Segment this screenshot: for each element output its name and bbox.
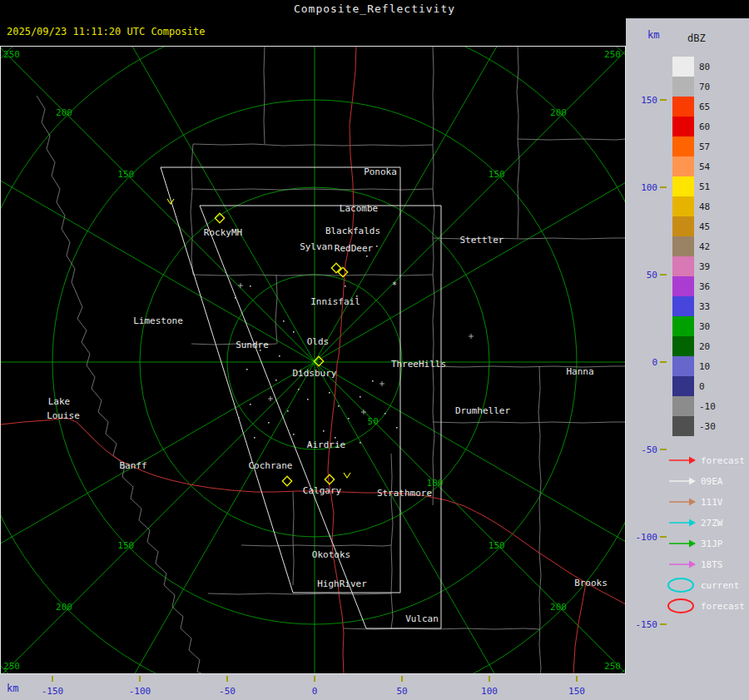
- place-label: Vulcan: [405, 613, 439, 624]
- track-arrowhead: [689, 499, 696, 506]
- dbz-value: 30: [699, 321, 710, 332]
- storm-ellipse-label: forecast: [701, 601, 745, 612]
- town-dot: [298, 389, 300, 390]
- dbz-swatch: [672, 396, 694, 416]
- x-axis-tick: [139, 676, 141, 682]
- x-axis-label: -50: [219, 686, 236, 697]
- range-spoke: [315, 362, 548, 674]
- track-label: 111V: [701, 497, 723, 508]
- town-dot: [360, 396, 361, 398]
- radar-coverage-outline: [200, 206, 441, 628]
- dbz-value: 80: [699, 62, 710, 72]
- vertical-axis-unit: km: [647, 29, 659, 41]
- dbz-swatch: [672, 236, 694, 256]
- town-dot: [329, 392, 330, 394]
- dbz-value: 54: [699, 161, 711, 172]
- place-label: Cochrane: [249, 460, 293, 471]
- county-boundary: [193, 144, 433, 146]
- place-label: Innisfail: [310, 296, 360, 307]
- town-dot: [238, 417, 240, 419]
- track-label: 09EA: [701, 476, 723, 487]
- town-dot: [287, 410, 289, 412]
- range-spoke: [0, 362, 315, 595]
- y-axis-tick: [660, 536, 667, 538]
- dbz-swatch: [672, 376, 694, 396]
- dbz-swatch: [672, 97, 694, 117]
- x-axis-label: -100: [129, 686, 151, 697]
- place-label: Blackfalds: [325, 226, 380, 236]
- asterisk-marker: *: [392, 280, 397, 290]
- radar-map[interactable]: 5010015015015015020020020020025025025025…: [0, 46, 626, 674]
- place-label: RedDeer: [335, 243, 374, 254]
- dbz-value: 39: [699, 261, 710, 272]
- place-label: Airdrie: [307, 439, 345, 450]
- y-axis-tick: [660, 274, 667, 276]
- town-dot: [366, 256, 368, 257]
- range-ring-label: 150: [117, 169, 134, 180]
- range-spoke: [315, 362, 626, 595]
- place-label: HighRiver: [317, 578, 367, 589]
- town-dot: [275, 380, 277, 381]
- diamond-marker: [282, 476, 291, 485]
- radar-map-canvas[interactable]: 5010015015015015020020020020025025025025…: [0, 46, 626, 674]
- dbz-value: 70: [699, 82, 710, 92]
- y-axis-label: 100: [641, 182, 657, 193]
- town-dot: [384, 413, 386, 415]
- range-ring-label: 150: [489, 169, 505, 180]
- x-axis-tick: [401, 676, 403, 682]
- horizontal-axis-canvas: -150-100-50050100150: [0, 674, 626, 700]
- place-label: Hanna: [566, 366, 593, 377]
- highway-line: [573, 583, 586, 674]
- track-arrowhead: [689, 457, 696, 464]
- county-boundary: [264, 46, 265, 144]
- town-dot: [293, 331, 295, 333]
- dbz-swatch: [672, 57, 694, 77]
- town-dot: [250, 404, 251, 405]
- y-axis-tick: [660, 186, 667, 188]
- county-boundary: [191, 189, 433, 190]
- place-label: Okotoks: [312, 549, 350, 560]
- window-titlebar[interactable]: Composite_Reflectivity: [0, 0, 749, 18]
- county-boundary: [433, 366, 626, 367]
- county-boundary: [241, 545, 391, 546]
- dbz-swatch: [672, 117, 694, 137]
- range-ring-label: 250: [604, 661, 621, 672]
- dbz-value: 51: [699, 181, 710, 192]
- town-dot: [307, 399, 309, 400]
- dbz-value: 0: [699, 381, 705, 392]
- track-arrowhead: [689, 561, 696, 568]
- storm-ellipse: [668, 599, 693, 613]
- county-boundary: [391, 454, 393, 628]
- radar-application-window: Composite_Reflectivity 2025/09/23 11:11:…: [0, 0, 749, 700]
- place-label: Lacombe: [340, 203, 378, 214]
- county-boundary: [433, 145, 434, 366]
- county-boundary: [193, 275, 433, 276]
- county-boundary: [538, 366, 541, 674]
- county-boundary: [433, 46, 434, 145]
- range-ring-label: 250: [3, 49, 20, 60]
- dbz-swatch: [672, 137, 694, 156]
- legend-panel: km dBZ 150100500-50-100-1508070656057545…: [626, 18, 749, 700]
- y-axis-label: 150: [641, 95, 657, 106]
- town-dot: [254, 437, 255, 439]
- x-axis-tick: [52, 676, 53, 682]
- x-axis-tick: [226, 676, 228, 682]
- x-axis-label: -150: [42, 686, 64, 697]
- county-boundary: [275, 275, 277, 344]
- dbz-value: -30: [699, 421, 716, 432]
- y-axis-tick: [660, 449, 667, 450]
- dbz-swatch: [672, 216, 694, 236]
- place-label: Stettler: [460, 235, 504, 246]
- range-ring-label: 250: [604, 49, 621, 60]
- town-dot: [268, 422, 270, 424]
- county-boundary: [208, 593, 391, 594]
- place-label: Calgary: [303, 485, 342, 496]
- dbz-value: 48: [699, 201, 710, 212]
- town-dot: [235, 297, 236, 299]
- dbz-swatch: [672, 77, 694, 97]
- town-dot: [338, 405, 340, 407]
- dbz-swatch: [672, 416, 694, 436]
- range-ring-label: 150: [117, 540, 134, 551]
- place-label: Strathmore: [377, 488, 432, 499]
- place-label: RockyMH: [204, 227, 242, 238]
